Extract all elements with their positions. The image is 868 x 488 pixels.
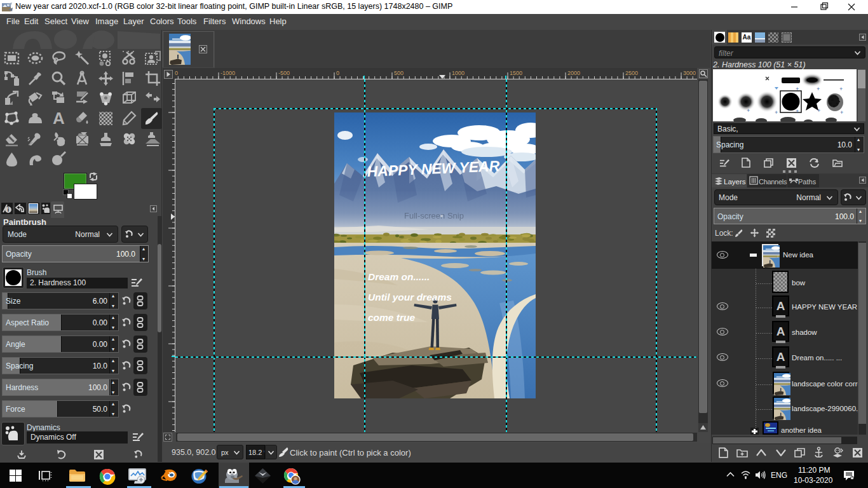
svg-text:-500: -500 [278, 70, 290, 76]
svg-text:3000: 3000 [683, 70, 696, 76]
svg-text:+: + [840, 109, 843, 116]
svg-text:+: + [796, 86, 799, 92]
svg-text:Dream on......: Dream on...... [368, 271, 430, 282]
svg-text:0: 0 [175, 70, 178, 76]
svg-text:-1000: -1000 [220, 70, 235, 76]
svg-text:Full-screen Snip: Full-screen Snip [404, 211, 464, 220]
svg-text:2500: 2500 [625, 70, 638, 76]
svg-text:1000: 1000 [452, 70, 465, 76]
svg-text:1500: 1500 [510, 70, 522, 76]
svg-text:+: + [796, 108, 799, 114]
svg-text:2000: 2000 [567, 70, 580, 76]
svg-text:+: + [817, 86, 820, 92]
svg-text:+: + [839, 86, 843, 92]
svg-text:0: 0 [336, 70, 339, 76]
svg-text:A: A [53, 111, 65, 126]
svg-text:+: + [775, 109, 778, 116]
svg-text:500: 500 [394, 70, 403, 76]
svg-text:+: + [747, 107, 750, 114]
svg-text:+: + [817, 107, 820, 114]
svg-text:come true: come true [368, 312, 415, 323]
svg-text:Until your dreams: Until your dreams [368, 292, 452, 302]
svg-text:i: i [8, 207, 10, 213]
